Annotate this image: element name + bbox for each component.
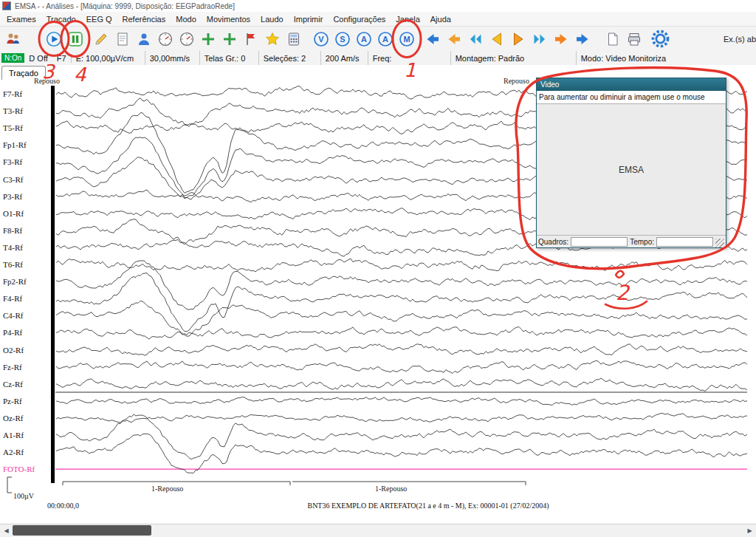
eeg-trace-cz-rf	[56, 378, 747, 391]
flag-icon[interactable]	[242, 30, 260, 48]
channel-label-t4-rf: T4-Rf	[3, 243, 23, 252]
video-zoom-hint: Para aumentar ou diminuir a imagem use o…	[537, 91, 726, 104]
gauge-icon-1[interactable]	[157, 30, 174, 48]
nav-prev-page-button[interactable]	[488, 30, 506, 48]
new-doc-icon[interactable]	[604, 30, 622, 48]
d-off-label[interactable]: D Off	[24, 54, 52, 63]
gauge-icon-2[interactable]	[178, 30, 196, 48]
calculator-icon[interactable]	[285, 30, 303, 48]
eeg-trace-c4-rf	[56, 301, 747, 336]
edit-pencil-icon[interactable]	[92, 30, 110, 48]
window-title: EMSA - - Análises - [Máquina: 9999, Disp…	[15, 2, 235, 10]
marker-a2-button[interactable]: A	[377, 30, 394, 48]
print-icon[interactable]	[625, 30, 643, 48]
pause-button[interactable]	[66, 30, 84, 48]
menu-imprimir[interactable]: Imprimir	[289, 13, 329, 25]
menu-laudo[interactable]: Laudo	[255, 13, 289, 25]
status-field-30-00mm-s[interactable]: 30,00mm/s	[145, 51, 200, 65]
menu-exames[interactable]: Exames	[1, 13, 41, 25]
nav-forward-button[interactable]	[552, 30, 570, 48]
amplitude-scale-bracket	[7, 477, 12, 493]
eeg-trace-p4-rf	[56, 327, 747, 340]
video-window: Video Para aumentar ou diminuir a imagem…	[536, 78, 726, 248]
eeg-trace-oz-rf	[56, 414, 747, 423]
eeg-trace-a1-rf	[56, 414, 747, 459]
page-icon[interactable]	[114, 30, 131, 48]
menu-ajuda[interactable]: Ajuda	[425, 13, 456, 25]
scroll-right-button[interactable]: ▶	[743, 524, 756, 536]
epoch-bracket-ticks	[63, 482, 526, 485]
marker-s-button[interactable]: S	[334, 30, 351, 48]
status-field-telas-gr[interactable]: Telas Gr.: 0	[200, 51, 259, 65]
nav-fast-back-button[interactable]	[467, 30, 484, 48]
eeg-trace-fz-rf	[56, 360, 747, 373]
menu-tracado[interactable]: Traçado	[41, 13, 81, 25]
main-toolbar: VSAAMEx.(s) ab	[0, 26, 756, 52]
menu-referencias[interactable]: Referências	[117, 13, 171, 25]
tab-tracado[interactable]: Traçado	[1, 66, 46, 80]
channel-label-a1-rf: A1-Rf	[3, 431, 24, 439]
settings-gear-icon[interactable]	[650, 29, 670, 49]
channel-label-cz-rf: Cz-Rf	[3, 380, 23, 389]
exam-selector-label[interactable]: Ex.(s) ab	[724, 35, 756, 44]
channel-label-oz-rf: Oz-Rf	[3, 414, 24, 423]
scroll-left-button[interactable]: ◀	[0, 524, 13, 536]
nav-back-button[interactable]	[445, 30, 463, 48]
marker-m-button[interactable]: M	[398, 30, 416, 48]
title-bar[interactable]: EMSA - - Análises - [Máquina: 9999, Disp…	[0, 0, 756, 12]
nav-next-page-button[interactable]	[509, 30, 527, 48]
video-window-titlebar[interactable]: Video	[537, 78, 726, 91]
bottom-marker-right: 1-Repouso	[375, 485, 407, 493]
time-label: 00:00:00,0	[47, 502, 79, 510]
nav-last-button[interactable]	[574, 30, 591, 48]
eeg-trace-a2-rf	[56, 434, 747, 473]
horizontal-scrollbar[interactable]: ◀ ▶	[0, 524, 756, 537]
status-field-e[interactable]: E: 100,00µV/cm	[72, 51, 145, 65]
channel-label-fz-rf: Fz-Rf	[3, 363, 22, 372]
channel-label-f3-rf: F3-Rf	[3, 157, 22, 166]
channel-label-f4-rf: F4-Rf	[3, 294, 22, 303]
status-field-montagem[interactable]: Montagem: Padrão	[451, 51, 577, 65]
channel-label-a2-rf: A2-Rf	[3, 448, 24, 456]
video-display-area: EMSA	[537, 104, 726, 235]
play-button[interactable]	[45, 30, 63, 48]
channel-label-f7-rf: F7-Rf	[3, 89, 22, 98]
measure-plus-icon-2[interactable]	[221, 30, 238, 48]
svg-text:M: M	[403, 35, 410, 44]
quadros-label: Quadros:	[538, 238, 568, 246]
video-status-bar: Quadros: Tempo:	[537, 235, 726, 247]
measure-plus-icon-1[interactable]	[199, 30, 217, 48]
status-field-selecoes[interactable]: Seleções: 2	[259, 51, 321, 65]
channel-label-fp1-rf: Fp1-Rf	[3, 140, 27, 149]
marker-v-button[interactable]: V	[312, 30, 330, 48]
svg-text:S: S	[340, 35, 345, 44]
scroll-thumb[interactable]	[13, 525, 151, 536]
amplitude-scale-label: 100µV	[13, 492, 34, 500]
channel-label-t5-rf: T5-Rf	[3, 123, 23, 132]
marker-a1-button[interactable]: A	[355, 30, 373, 48]
menu-modo[interactable]: Modo	[171, 13, 202, 25]
menu-bar: ExamesTraçadoEEG QReferênciasModoMovimen…	[0, 12, 756, 26]
electrode-label[interactable]: F7	[52, 54, 72, 63]
svg-text:A: A	[382, 35, 388, 44]
menu-movimentos[interactable]: Movimentos	[202, 13, 255, 25]
status-field-freq[interactable]: Freq:	[368, 51, 451, 65]
channel-label-fp2-rf: Fp2-Rf	[3, 277, 27, 286]
status-field-200-am-s[interactable]: 200 Am/s	[321, 51, 368, 65]
user-icon[interactable]	[135, 30, 153, 48]
eeg-trace-f4-rf	[56, 273, 747, 332]
star-icon[interactable]	[264, 30, 281, 48]
resize-grip-icon[interactable]	[715, 239, 724, 247]
menu-eeg-q[interactable]: EEG Q	[81, 13, 117, 25]
notch-on-badge[interactable]: N:On	[1, 53, 24, 63]
menu-configuracoes[interactable]: Configurações	[328, 13, 391, 25]
annotation-number-2: 2	[616, 281, 630, 305]
app-logo-icon	[2, 1, 11, 10]
menu-janela[interactable]: Janela	[391, 13, 425, 25]
tempo-value-field	[656, 237, 713, 247]
status-field-modo[interactable]: Modo: Video Monitoriza	[577, 51, 756, 65]
channel-label-t6-rf: T6-Rf	[3, 260, 23, 269]
nav-fast-forward-button[interactable]	[531, 30, 549, 48]
nav-first-button[interactable]	[424, 30, 441, 48]
exams-icon[interactable]	[4, 30, 22, 48]
